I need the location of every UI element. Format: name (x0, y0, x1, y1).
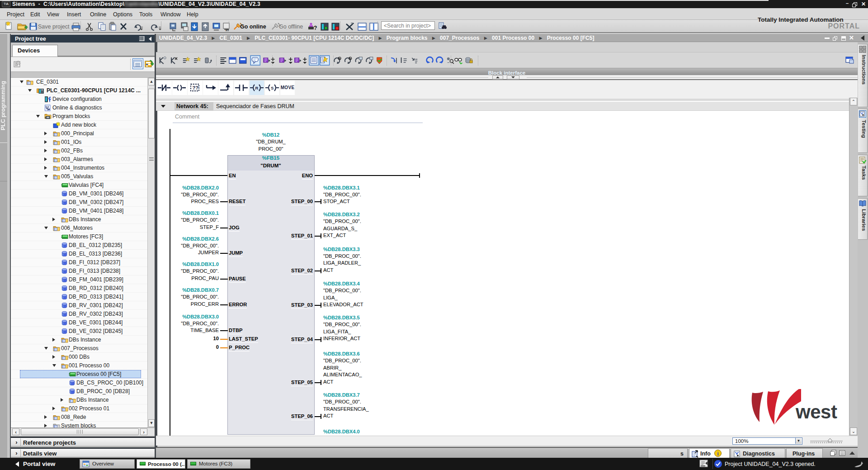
svg-text:west: west (795, 401, 837, 423)
svg-text:??: ?? (193, 85, 199, 90)
svg-text:R: R (255, 85, 258, 90)
svg-text:?: ? (314, 25, 317, 31)
svg-text:S: S (271, 85, 274, 90)
